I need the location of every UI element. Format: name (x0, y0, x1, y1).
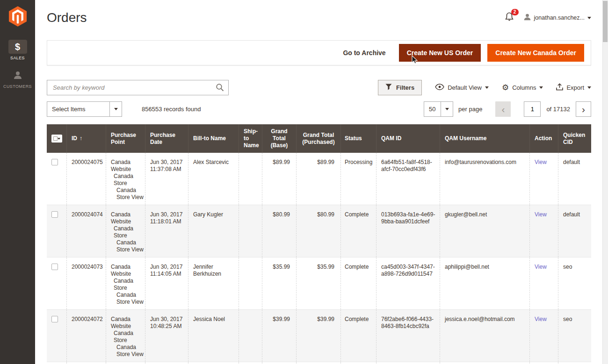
table-row: 2000024074 Canada WebsiteCanada StoreCan… (47, 205, 591, 257)
column-header-status[interactable]: Status (340, 124, 376, 153)
total-pages-label: of 17132 (546, 106, 570, 113)
column-header-qam-id[interactable]: QAM ID (376, 124, 440, 153)
order-status: Complete (340, 205, 376, 257)
per-page-value: 50 (424, 102, 441, 116)
purchase-point-line: Canada Store (114, 225, 144, 239)
purchase-point: Canada WebsiteCanada StoreCanada Store V… (106, 153, 145, 205)
user-menu[interactable]: jonathan.sanchez... (523, 13, 591, 22)
row-select-cell (47, 362, 66, 364)
row-checkbox[interactable] (51, 264, 58, 270)
sales-dollar-icon: $ (8, 40, 27, 54)
filters-button[interactable]: Filters (378, 80, 422, 95)
column-header-id[interactable]: ID ↑ (66, 124, 106, 153)
purchase-point-line: Canada Store View (116, 187, 144, 201)
row-checkbox[interactable] (51, 316, 58, 322)
magento-logo-icon (9, 6, 27, 29)
grand-total-purchased: $89.99 (296, 153, 340, 205)
chevron-right-icon: › (582, 104, 585, 114)
column-header-grand-total-base[interactable]: Grand Total (Base) (262, 124, 296, 153)
ship-to-name (239, 205, 262, 257)
vertical-scrollbar (602, 0, 608, 364)
grand-total-base: $80.99 (262, 205, 296, 257)
export-control[interactable]: Export (556, 83, 591, 92)
notifications-button[interactable]: 2 (505, 12, 514, 23)
view-link[interactable]: View (535, 159, 547, 165)
eye-icon (435, 84, 444, 92)
create-us-order-button[interactable]: Create New US Order (399, 44, 481, 62)
columns-control[interactable]: ⚙ Columns (502, 84, 543, 92)
mass-action-select[interactable]: Select Items (47, 101, 122, 117)
listing-controls: Select Items 856553 records found 50 per… (47, 101, 591, 117)
column-header-quicken-cid[interactable]: Quicken CID (558, 124, 589, 153)
scrollbar-thumb[interactable] (603, 1, 608, 42)
search-input[interactable] (47, 80, 229, 95)
bill-to-name: Jennifer Berkhuizen (188, 257, 239, 309)
prev-page-button[interactable]: ‹ (495, 101, 511, 117)
view-link[interactable]: View (535, 316, 547, 322)
view-switcher-label: Default View (448, 84, 482, 91)
column-header-purchase-date[interactable]: Purchase Date (145, 124, 188, 153)
search-icon[interactable] (216, 83, 224, 94)
row-checkbox[interactable] (51, 159, 58, 165)
funnel-icon (385, 84, 392, 92)
column-header-qam-username[interactable]: QAM Username (440, 124, 529, 153)
qam-id: 013b693a-fa1e-4e69-9bba-baa901dcfeef (376, 205, 440, 257)
column-header-purchase-point[interactable]: Purchase Point (106, 124, 145, 153)
grid-view-controls: Filters Default View ⚙ Columns (378, 80, 591, 95)
ship-to-name (239, 153, 262, 205)
select-caret (109, 102, 122, 116)
purchase-date: Jun 30, 2017 11:37:08 AM (145, 153, 188, 205)
view-link[interactable]: View (535, 211, 547, 218)
column-header-action[interactable]: Action (529, 124, 558, 153)
bill-to-name: Jessica Noel (188, 310, 239, 362)
action-cell: View (529, 153, 558, 205)
sidebar-item-customers[interactable]: CUSTOMERS (0, 64, 35, 93)
purchase-date: Jun 30, 2017 (145, 362, 188, 364)
go-to-archive-button[interactable]: Go to Archive (343, 49, 385, 57)
purchase-point-line: Canada Website (111, 316, 144, 330)
select-all-dropdown[interactable] (51, 135, 62, 143)
purchase-point-line: Canada Website (111, 264, 144, 278)
export-icon (556, 83, 563, 92)
quicken-cid: default (558, 205, 589, 257)
column-header-grand-total-purchased[interactable]: Grand Total (Purchased) (296, 124, 340, 153)
select-all-checkbox[interactable] (53, 136, 58, 141)
purchase-point-line: Canada Website (111, 211, 144, 225)
quicken-cid: default (558, 362, 589, 364)
search-box (47, 80, 229, 95)
qam-username: brandon@ellis-hale.com (440, 362, 529, 364)
sidebar-item-sales[interactable]: $ SALES (0, 36, 35, 64)
grand-total-purchased: $80.99 (296, 205, 340, 257)
order-status: Complete (340, 362, 376, 364)
per-page-label: per page (458, 106, 482, 113)
qam-id: 6a64fb51-fa8f-4518-afcf-70cc0edf43f6 (376, 153, 440, 205)
order-status: Processing (340, 153, 376, 205)
page-number-input[interactable] (524, 101, 541, 117)
header-actions: 2 jonathan.sanchez... (505, 12, 591, 23)
chevron-down-icon (539, 86, 543, 89)
quicken-cid: seo (558, 310, 589, 362)
create-canada-order-button[interactable]: Create New Canada Order (487, 44, 584, 62)
table-row: 2000024073 Canada WebsiteCanada StoreCan… (47, 257, 591, 310)
per-page-select[interactable]: 50 (424, 101, 453, 117)
grand-total-base: $89.99 (262, 153, 296, 205)
view-link[interactable]: View (535, 264, 547, 270)
purchase-point: Canada WebsiteCanada StoreCanada Store V… (106, 310, 145, 362)
qam-id: 76f2abe6-f066-4433-8463-8fb14cbc92fa (376, 310, 440, 362)
page-title: Orders (47, 8, 87, 27)
mass-action-value: Select Items (47, 102, 109, 116)
page-header: Orders 2 jonathan.sanchez. (47, 8, 591, 27)
column-header-ship-to[interactable]: Ship-to Name (239, 124, 262, 153)
view-switcher[interactable]: Default View (435, 84, 489, 92)
row-checkbox[interactable] (51, 211, 58, 218)
quicken-cid: seo (558, 257, 589, 309)
orders-grid: ID ↑ Purchase Point Purchase Date Bill-t… (47, 124, 591, 364)
order-status: Complete (340, 310, 376, 362)
next-page-button[interactable]: › (576, 101, 591, 117)
column-header-bill-to[interactable]: Bill-to Name (188, 124, 239, 153)
purchase-point: Canada (106, 362, 145, 364)
purchase-date: Jun 30, 2017 10:48:25 AM (145, 310, 188, 362)
avatar-icon (523, 13, 531, 22)
row-select-cell (47, 205, 66, 257)
magento-logo[interactable] (0, 0, 35, 36)
